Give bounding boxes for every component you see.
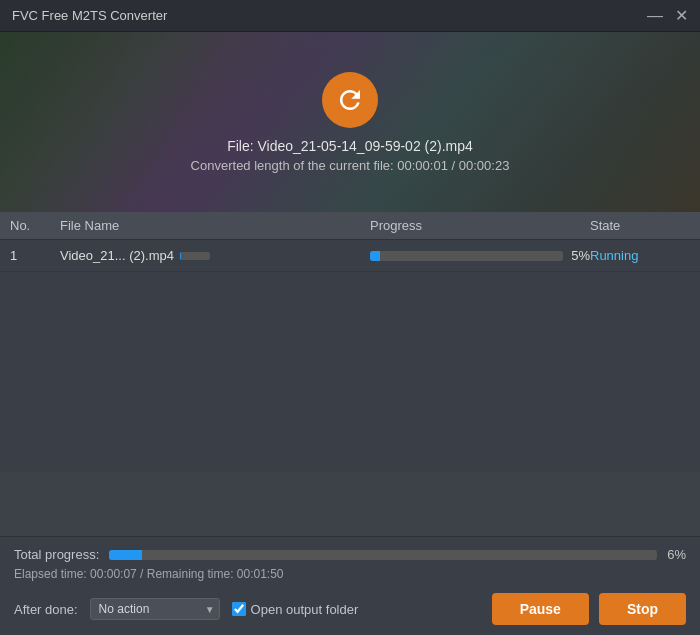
row-progress-bar bbox=[370, 251, 563, 261]
mini-progress-fill bbox=[180, 252, 182, 260]
empty-rows bbox=[0, 272, 700, 472]
hero-banner: File: Video_21-05-14_09-59-02 (2).mp4 Co… bbox=[0, 32, 700, 212]
file-table: No. File Name Progress State 1 Video_21.… bbox=[0, 212, 700, 536]
after-done-select-wrapper[interactable]: No action Open output folder Shut down H… bbox=[90, 598, 220, 620]
refresh-icon bbox=[335, 85, 365, 115]
col-state: State bbox=[590, 218, 690, 233]
total-progress-label: Total progress: bbox=[14, 547, 99, 562]
minimize-button[interactable]: — bbox=[647, 8, 663, 24]
main-content: File: Video_21-05-14_09-59-02 (2).mp4 Co… bbox=[0, 32, 700, 635]
elapsed-row: Elapsed time: 00:00:07 / Remaining time:… bbox=[14, 567, 686, 581]
hero-text: File: Video_21-05-14_09-59-02 (2).mp4 Co… bbox=[191, 138, 510, 173]
row-progress-pct: 5% bbox=[571, 248, 590, 263]
current-filename: File: Video_21-05-14_09-59-02 (2).mp4 bbox=[191, 138, 510, 154]
close-button[interactable]: ✕ bbox=[675, 8, 688, 24]
row-progress-cell: 5% bbox=[370, 248, 590, 263]
mini-progress-bar bbox=[180, 252, 210, 260]
bottom-section: Total progress: 6% Elapsed time: 00:00:0… bbox=[0, 536, 700, 635]
open-output-label[interactable]: Open output folder bbox=[232, 602, 359, 617]
open-output-text: Open output folder bbox=[251, 602, 359, 617]
total-progress-row: Total progress: 6% bbox=[14, 547, 686, 562]
app-title: FVC Free M2TS Converter bbox=[12, 8, 167, 23]
window-controls: — ✕ bbox=[647, 8, 688, 24]
total-progress-bar bbox=[109, 550, 657, 560]
row-progress-fill bbox=[370, 251, 380, 261]
stop-button[interactable]: Stop bbox=[599, 593, 686, 625]
table-row: 1 Video_21... (2).mp4 5% Running bbox=[0, 240, 700, 272]
table-header: No. File Name Progress State bbox=[0, 212, 700, 240]
after-done-row: After done: No action Open output folder… bbox=[14, 593, 686, 625]
action-buttons: Pause Stop bbox=[492, 593, 686, 625]
row-state: Running bbox=[590, 248, 690, 263]
col-no: No. bbox=[10, 218, 60, 233]
titlebar: FVC Free M2TS Converter — ✕ bbox=[0, 0, 700, 32]
converted-length-text: Converted length of the current file: 00… bbox=[191, 158, 510, 173]
after-done-select[interactable]: No action Open output folder Shut down H… bbox=[90, 598, 220, 620]
total-progress-fill bbox=[109, 550, 142, 560]
convert-icon bbox=[322, 72, 378, 128]
col-filename: File Name bbox=[60, 218, 370, 233]
col-progress: Progress bbox=[370, 218, 590, 233]
pause-button[interactable]: Pause bbox=[492, 593, 589, 625]
row-filename-cell: Video_21... (2).mp4 bbox=[60, 248, 370, 263]
row-no: 1 bbox=[10, 248, 60, 263]
total-progress-pct: 6% bbox=[667, 547, 686, 562]
open-output-checkbox[interactable] bbox=[232, 602, 246, 616]
row-filename: Video_21... (2).mp4 bbox=[60, 248, 174, 263]
after-done-label: After done: bbox=[14, 602, 78, 617]
